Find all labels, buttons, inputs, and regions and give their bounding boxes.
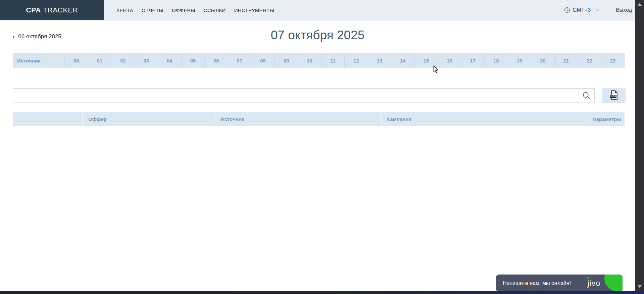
nav-item-1[interactable]: ОТЧЕТЫ — [142, 7, 163, 13]
hour-column-02: 02 — [111, 54, 135, 67]
timezone-label: GMT+3 — [573, 7, 591, 13]
results-column-1: Оффер — [82, 112, 215, 126]
nav-item-3[interactable]: ССЫЛКИ — [204, 7, 226, 13]
hour-column-05: 05 — [181, 54, 205, 67]
bottom-window-strip — [0, 291, 644, 294]
hour-column-07: 07 — [228, 54, 251, 67]
results-column-2: Источник — [215, 112, 381, 126]
hour-column-04: 04 — [158, 54, 181, 67]
hour-column-20: 20 — [531, 54, 554, 67]
hour-column-18: 18 — [484, 54, 508, 67]
hour-column-09: 09 — [275, 54, 298, 67]
hour-column-08: 08 — [251, 54, 275, 67]
logo-bold-part: CPA — [26, 6, 41, 14]
hour-column-01: 01 — [88, 54, 111, 67]
hour-column-00: 00 — [64, 54, 88, 67]
svg-text:XLSX: XLSX — [610, 95, 616, 97]
hour-column-17: 17 — [461, 54, 485, 67]
jivo-logo: jivo — [587, 279, 600, 288]
xlsx-file-icon: XLSX — [609, 90, 618, 101]
navbar-right: GMT+3 Выход — [564, 0, 635, 20]
search-bar — [13, 88, 595, 103]
nav-item-0[interactable]: ЛЕНТА — [116, 7, 133, 13]
hour-column-13: 13 — [368, 54, 391, 67]
nav-item-2[interactable]: ОФФЕРЫ — [172, 7, 195, 13]
search-icon[interactable] — [582, 91, 591, 101]
hour-column-23: 23 — [601, 54, 625, 67]
hour-column-19: 19 — [508, 54, 531, 67]
hour-column-14: 14 — [391, 54, 414, 67]
hour-column-22: 22 — [578, 54, 601, 67]
hour-column-10: 10 — [298, 54, 321, 67]
nav-menu: ЛЕНТАОТЧЕТЫОФФЕРЫССЫЛКИИНСТРУМЕНТЫ — [104, 0, 283, 20]
hour-column-06: 06 — [204, 54, 228, 67]
scroll-down-icon[interactable] — [637, 285, 642, 288]
top-navbar: CPA TRACKER ЛЕНТАОТЧЕТЫОФФЕРЫССЫЛКИИНСТР… — [0, 0, 635, 20]
results-column-empty — [13, 112, 82, 126]
browser-scrollbar[interactable] — [635, 0, 644, 294]
search-input[interactable] — [13, 88, 595, 103]
logout-link[interactable]: Выход — [616, 7, 632, 13]
app-logo[interactable]: CPA TRACKER — [0, 0, 104, 20]
hour-column-11: 11 — [321, 54, 345, 67]
hours-header-row: Источник 0001020304050607080910111213141… — [13, 53, 625, 68]
scroll-up-icon[interactable] — [637, 3, 642, 6]
hour-column-16: 16 — [438, 54, 461, 67]
page-title: 07 октября 2025 — [0, 28, 635, 42]
hour-column-12: 12 — [344, 54, 368, 67]
hours-source-column-header: Источник — [13, 54, 64, 67]
cpa-tracker-page: CPA TRACKER ЛЕНТАОТЧЕТЫОФФЕРЫССЫЛКИИНСТР… — [0, 0, 644, 294]
chevron-down-icon — [595, 9, 600, 12]
chat-widget[interactable]: Напишите нам, мы онлайн! jivo — [496, 275, 623, 292]
chat-message: Напишите нам, мы онлайн! — [496, 280, 571, 286]
results-column-4: Параметры — [587, 112, 625, 126]
hour-column-15: 15 — [414, 54, 438, 67]
hour-column-03: 03 — [135, 54, 158, 67]
results-column-3: Кампания — [381, 112, 587, 126]
hour-column-21: 21 — [554, 54, 578, 67]
nav-item-4[interactable]: ИНСТРУМЕНТЫ — [234, 7, 274, 13]
logo-rest-part: TRACKER — [41, 6, 78, 14]
timezone-dropdown[interactable]: GMT+3 — [564, 7, 600, 13]
export-xlsx-button[interactable]: XLSX — [602, 88, 626, 103]
results-table-header: ОфферИсточникКампанияПараметры — [13, 112, 625, 126]
clock-icon — [564, 7, 570, 13]
